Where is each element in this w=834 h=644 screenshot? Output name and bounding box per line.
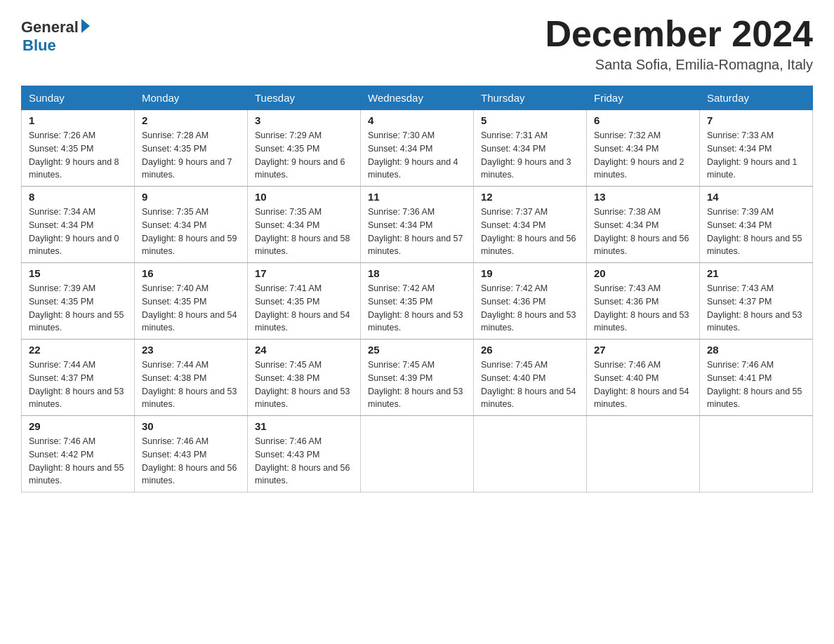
day-info: Sunrise: 7:35 AMSunset: 4:34 PMDaylight:… (142, 207, 237, 256)
day-info: Sunrise: 7:32 AMSunset: 4:34 PMDaylight:… (594, 130, 684, 180)
calendar-day-header: Wednesday (361, 86, 474, 110)
day-number: 2 (142, 114, 240, 126)
calendar-day-cell: 23 Sunrise: 7:44 AMSunset: 4:38 PMDaylig… (135, 340, 248, 416)
day-number: 5 (481, 114, 579, 126)
day-info: Sunrise: 7:26 AMSunset: 4:35 PMDaylight:… (29, 130, 119, 180)
calendar-week-row: 8 Sunrise: 7:34 AMSunset: 4:34 PMDayligh… (22, 187, 813, 263)
day-info: Sunrise: 7:46 AMSunset: 4:40 PMDaylight:… (594, 360, 689, 409)
calendar-day-cell: 11 Sunrise: 7:36 AMSunset: 4:34 PMDaylig… (361, 187, 474, 263)
day-number: 17 (255, 267, 353, 279)
day-info: Sunrise: 7:44 AMSunset: 4:37 PMDaylight:… (29, 360, 124, 409)
day-number: 30 (142, 420, 240, 432)
calendar-day-cell: 20 Sunrise: 7:43 AMSunset: 4:36 PMDaylig… (587, 263, 700, 340)
calendar-day-cell: 26 Sunrise: 7:45 AMSunset: 4:40 PMDaylig… (474, 340, 587, 416)
calendar-day-cell: 16 Sunrise: 7:40 AMSunset: 4:35 PMDaylig… (135, 263, 248, 340)
day-info: Sunrise: 7:39 AMSunset: 4:34 PMDaylight:… (707, 207, 802, 256)
logo-blue-text: Blue (22, 36, 56, 55)
calendar-day-cell: 22 Sunrise: 7:44 AMSunset: 4:37 PMDaylig… (22, 340, 135, 416)
day-number: 16 (142, 267, 240, 279)
day-info: Sunrise: 7:30 AMSunset: 4:34 PMDaylight:… (368, 130, 458, 180)
day-info: Sunrise: 7:29 AMSunset: 4:35 PMDaylight:… (255, 130, 345, 180)
calendar-day-cell (700, 416, 813, 492)
calendar-day-cell: 8 Sunrise: 7:34 AMSunset: 4:34 PMDayligh… (22, 187, 135, 263)
day-number: 7 (707, 114, 805, 126)
calendar-day-cell: 12 Sunrise: 7:37 AMSunset: 4:34 PMDaylig… (474, 187, 587, 263)
calendar-day-cell: 5 Sunrise: 7:31 AMSunset: 4:34 PMDayligh… (474, 110, 587, 187)
day-info: Sunrise: 7:46 AMSunset: 4:43 PMDaylight:… (255, 436, 350, 485)
day-info: Sunrise: 7:42 AMSunset: 4:36 PMDaylight:… (481, 283, 576, 333)
day-number: 24 (255, 344, 353, 356)
day-info: Sunrise: 7:39 AMSunset: 4:35 PMDaylight:… (29, 283, 124, 333)
calendar-day-cell: 24 Sunrise: 7:45 AMSunset: 4:38 PMDaylig… (248, 340, 361, 416)
day-number: 9 (142, 191, 240, 203)
calendar-day-cell: 30 Sunrise: 7:46 AMSunset: 4:43 PMDaylig… (135, 416, 248, 492)
day-info: Sunrise: 7:38 AMSunset: 4:34 PMDaylight:… (594, 207, 689, 256)
calendar-table: SundayMondayTuesdayWednesdayThursdayFrid… (21, 86, 813, 492)
calendar-day-cell: 1 Sunrise: 7:26 AMSunset: 4:35 PMDayligh… (22, 110, 135, 187)
day-number: 13 (594, 191, 692, 203)
calendar-day-cell: 31 Sunrise: 7:46 AMSunset: 4:43 PMDaylig… (248, 416, 361, 492)
day-number: 26 (481, 344, 579, 356)
day-info: Sunrise: 7:40 AMSunset: 4:35 PMDaylight:… (142, 283, 237, 333)
day-number: 21 (707, 267, 805, 279)
calendar-day-cell: 29 Sunrise: 7:46 AMSunset: 4:42 PMDaylig… (22, 416, 135, 492)
day-number: 29 (29, 420, 127, 432)
calendar-day-cell: 19 Sunrise: 7:42 AMSunset: 4:36 PMDaylig… (474, 263, 587, 340)
day-number: 3 (255, 114, 353, 126)
calendar-day-cell: 10 Sunrise: 7:35 AMSunset: 4:34 PMDaylig… (248, 187, 361, 263)
logo-arrow-icon (81, 19, 90, 33)
day-info: Sunrise: 7:35 AMSunset: 4:34 PMDaylight:… (255, 207, 350, 256)
calendar-day-cell: 25 Sunrise: 7:45 AMSunset: 4:39 PMDaylig… (361, 340, 474, 416)
calendar-day-cell: 14 Sunrise: 7:39 AMSunset: 4:34 PMDaylig… (700, 187, 813, 263)
day-number: 18 (368, 267, 466, 279)
day-info: Sunrise: 7:45 AMSunset: 4:38 PMDaylight:… (255, 360, 350, 409)
calendar-day-cell: 6 Sunrise: 7:32 AMSunset: 4:34 PMDayligh… (587, 110, 700, 187)
day-number: 19 (481, 267, 579, 279)
day-number: 23 (142, 344, 240, 356)
calendar-day-cell: 28 Sunrise: 7:46 AMSunset: 4:41 PMDaylig… (700, 340, 813, 416)
logo-general-text: General (21, 18, 79, 36)
day-number: 28 (707, 344, 805, 356)
calendar-day-header: Monday (135, 86, 248, 110)
calendar-day-cell: 18 Sunrise: 7:42 AMSunset: 4:35 PMDaylig… (361, 263, 474, 340)
day-info: Sunrise: 7:36 AMSunset: 4:34 PMDaylight:… (368, 207, 463, 256)
month-title: December 2024 (545, 14, 813, 54)
calendar-day-cell: 2 Sunrise: 7:28 AMSunset: 4:35 PMDayligh… (135, 110, 248, 187)
calendar-week-row: 1 Sunrise: 7:26 AMSunset: 4:35 PMDayligh… (22, 110, 813, 187)
day-info: Sunrise: 7:41 AMSunset: 4:35 PMDaylight:… (255, 283, 350, 333)
location-text: Santa Sofia, Emilia-Romagna, Italy (545, 57, 813, 73)
day-number: 8 (29, 191, 127, 203)
calendar-day-cell: 21 Sunrise: 7:43 AMSunset: 4:37 PMDaylig… (700, 263, 813, 340)
day-number: 10 (255, 191, 353, 203)
day-number: 1 (29, 114, 127, 126)
day-info: Sunrise: 7:46 AMSunset: 4:42 PMDaylight:… (29, 436, 124, 485)
title-section: December 2024 Santa Sofia, Emilia-Romagn… (545, 14, 813, 73)
calendar-day-cell: 15 Sunrise: 7:39 AMSunset: 4:35 PMDaylig… (22, 263, 135, 340)
day-number: 11 (368, 191, 466, 203)
calendar-week-row: 29 Sunrise: 7:46 AMSunset: 4:42 PMDaylig… (22, 416, 813, 492)
day-info: Sunrise: 7:45 AMSunset: 4:39 PMDaylight:… (368, 360, 463, 409)
calendar-day-cell: 3 Sunrise: 7:29 AMSunset: 4:35 PMDayligh… (248, 110, 361, 187)
logo: General Blue (21, 14, 90, 55)
calendar-day-cell: 17 Sunrise: 7:41 AMSunset: 4:35 PMDaylig… (248, 263, 361, 340)
day-number: 31 (255, 420, 353, 432)
day-info: Sunrise: 7:42 AMSunset: 4:35 PMDaylight:… (368, 283, 463, 333)
calendar-day-header: Saturday (700, 86, 813, 110)
day-info: Sunrise: 7:44 AMSunset: 4:38 PMDaylight:… (142, 360, 237, 409)
calendar-day-header: Sunday (22, 86, 135, 110)
calendar-day-header: Thursday (474, 86, 587, 110)
day-number: 20 (594, 267, 692, 279)
calendar-day-header: Friday (587, 86, 700, 110)
day-info: Sunrise: 7:46 AMSunset: 4:41 PMDaylight:… (707, 360, 802, 409)
calendar-header-row: SundayMondayTuesdayWednesdayThursdayFrid… (22, 86, 813, 110)
day-info: Sunrise: 7:33 AMSunset: 4:34 PMDaylight:… (707, 130, 797, 180)
calendar-day-cell (587, 416, 700, 492)
day-number: 12 (481, 191, 579, 203)
calendar-day-cell (361, 416, 474, 492)
calendar-day-cell: 4 Sunrise: 7:30 AMSunset: 4:34 PMDayligh… (361, 110, 474, 187)
day-number: 22 (29, 344, 127, 356)
day-info: Sunrise: 7:45 AMSunset: 4:40 PMDaylight:… (481, 360, 576, 409)
day-number: 14 (707, 191, 805, 203)
day-info: Sunrise: 7:34 AMSunset: 4:34 PMDaylight:… (29, 207, 119, 256)
day-number: 6 (594, 114, 692, 126)
